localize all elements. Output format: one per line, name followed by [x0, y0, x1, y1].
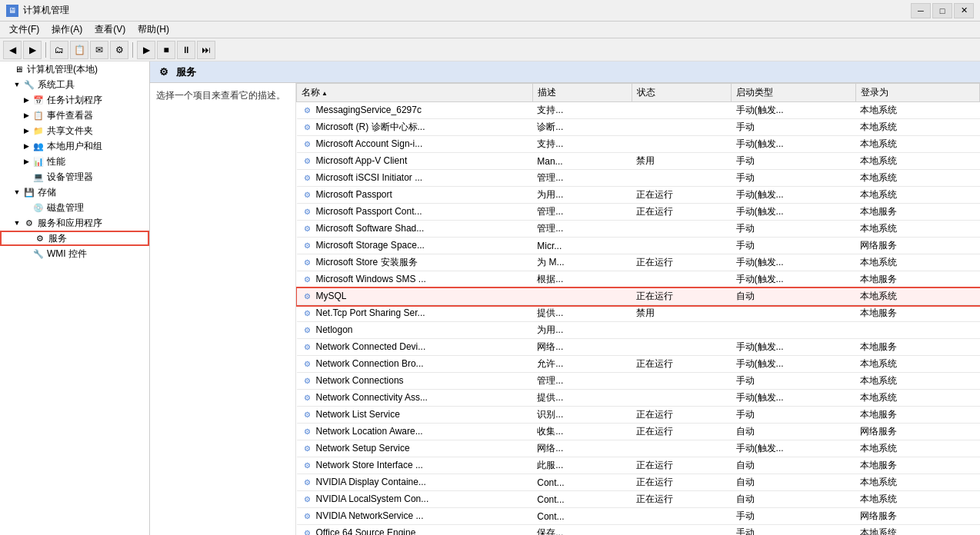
table-row[interactable]: ⚙Microsoft Storage Space...Micr...手动网络服务: [297, 238, 980, 254]
sidebar-item-device-manager[interactable]: ▶ 💻 设备管理器: [0, 169, 149, 184]
table-row[interactable]: ⚙Microsoft Store 安装服务为 M...正在运行手动(触发...本…: [297, 254, 980, 271]
service-name-cell: ⚙Office 64 Source Engine: [297, 525, 533, 536]
toolbar-btn-6[interactable]: ⚙: [110, 41, 128, 59]
sidebar-item-storage[interactable]: ▼ 💾 存储: [0, 184, 149, 200]
table-row[interactable]: ⚙NVIDIA LocalSystem Con...Cont...正在运行自动本…: [297, 491, 980, 508]
service-desc-cell: 支持...: [532, 102, 632, 119]
col-header-name[interactable]: 名称▲: [297, 84, 533, 102]
service-row-icon: ⚙: [302, 121, 314, 134]
table-row[interactable]: ⚙Office 64 Source Engine保存...手动本地系统: [297, 525, 980, 536]
toolbar-sep-1: [45, 42, 46, 58]
sidebar-item-label: 事件查看器: [47, 109, 93, 122]
sidebar-item-label: 本地用户和组: [47, 140, 102, 153]
sidebar-item-wmi[interactable]: ▶ 🔧 WMI 控件: [0, 246, 149, 261]
table-row[interactable]: ⚙Net.Tcp Port Sharing Ser...提供...禁用本地服务: [297, 305, 980, 322]
sidebar-item-performance[interactable]: ▶ 📊 性能: [0, 154, 149, 169]
maximize-button[interactable]: □: [932, 3, 952, 18]
toolbar-btn-4[interactable]: 📋: [70, 41, 88, 59]
service-startup-cell: [732, 322, 855, 339]
stop-button[interactable]: ■: [157, 41, 175, 59]
service-login-cell: 本地服务: [855, 204, 979, 221]
service-login-cell: 本地系统: [855, 525, 979, 536]
sidebar-item-services-apps[interactable]: ▼ ⚙ 服务和应用程序: [0, 215, 149, 231]
service-desc-cell: 网络...: [532, 339, 632, 356]
service-row-icon: ⚙: [302, 358, 314, 371]
table-row[interactable]: ⚙Network Location Aware...收集...正在运行自动网络服…: [297, 424, 980, 440]
col-header-startup[interactable]: 启动类型: [732, 84, 855, 102]
computer-icon: 🖥: [12, 63, 25, 75]
service-row-icon: ⚙: [302, 527, 314, 536]
table-row[interactable]: ⚙Microsoft Software Shad...管理...手动本地系统: [297, 221, 980, 238]
table-row[interactable]: ⚙Microsoft Windows SMS ...根据...手动(触发...本…: [297, 271, 980, 288]
expand-arrow: ▼: [12, 188, 22, 197]
table-row[interactable]: ⚙Microsoft Passport为用...正在运行手动(触发...本地系统: [297, 187, 980, 204]
play-button[interactable]: ▶: [137, 41, 155, 59]
service-status-cell: [632, 508, 731, 525]
service-login-cell: 本地系统: [855, 119, 979, 136]
table-row[interactable]: ⚙Microsoft (R) 诊断中心标...诊断...手动本地系统: [297, 119, 980, 136]
toolbar-btn-3[interactable]: 🗂: [50, 41, 68, 59]
table-row[interactable]: ⚙Network Store Interface ...此服...正在运行自动本…: [297, 457, 980, 474]
back-button[interactable]: ◀: [3, 41, 22, 59]
toolbar-btn-5[interactable]: ✉: [90, 41, 108, 59]
service-startup-cell: 手动: [732, 508, 855, 525]
menu-item-F[interactable]: 文件(F): [3, 22, 45, 38]
pause-button[interactable]: ⏸: [177, 41, 195, 59]
col-header-status[interactable]: 状态: [632, 84, 731, 102]
service-status-cell: [632, 339, 731, 356]
sidebar-item-services[interactable]: ▶ ⚙ 服务: [0, 231, 149, 246]
table-row[interactable]: ⚙Network Connected Devi...网络...手动(触发...本…: [297, 339, 980, 356]
table-row[interactable]: ⚙Network Setup Service网络...手动(触发...本地系统: [297, 440, 980, 457]
service-row-icon: ⚙: [302, 155, 314, 168]
col-header-login[interactable]: 登录为: [855, 84, 979, 102]
services-table-container[interactable]: 名称▲ 描述 状态 启动类型 登录为 ⚙MessagingService_629…: [296, 83, 980, 535]
table-row[interactable]: ⚙NVIDIA Display Containe...Cont...正在运行自动…: [297, 474, 980, 491]
service-login-cell: 本地系统: [855, 221, 979, 238]
service-desc-cell: 管理...: [532, 204, 632, 221]
table-row[interactable]: ⚙Netlogon为用...: [297, 322, 980, 339]
col-header-desc[interactable]: 描述: [532, 84, 632, 102]
service-name-cell: ⚙Network Location Aware...: [297, 424, 533, 440]
service-startup-cell: 手动(触发...: [732, 440, 855, 457]
service-status-cell: [632, 102, 731, 119]
table-row[interactable]: ⚙Microsoft App-V ClientMan...禁用手动本地系统: [297, 153, 980, 170]
menu-item-A[interactable]: 操作(A): [45, 22, 88, 38]
sidebar-item-system-tools[interactable]: ▼ 🔧 系统工具: [0, 77, 149, 92]
table-row[interactable]: ⚙Network Connectivity Ass...提供...手动(触发..…: [297, 390, 980, 407]
sidebar-item-local-users[interactable]: ▶ 👥 本地用户和组: [0, 138, 149, 154]
service-login-cell: 本地系统: [855, 491, 979, 508]
table-row[interactable]: ⚙Microsoft Account Sign-i...支持...手动(触发..…: [297, 136, 980, 153]
sidebar-item-shared-folders[interactable]: ▶ 📁 共享文件夹: [0, 123, 149, 138]
service-row-icon: ⚙: [302, 409, 314, 421]
table-row[interactable]: ⚙Microsoft Passport Cont...管理...正在运行手动(触…: [297, 204, 980, 221]
table-row[interactable]: ⚙Network Connection Bro...允许...正在运行手动(触发…: [297, 356, 980, 373]
service-login-cell: 本地系统: [855, 102, 979, 119]
service-login-cell: 本地服务: [855, 305, 979, 322]
event-icon: 📋: [32, 109, 45, 121]
service-name-cell: ⚙Netlogon: [297, 322, 533, 339]
table-row[interactable]: ⚙Network Connections管理...手动本地系统: [297, 373, 980, 390]
service-name-cell: ⚙Microsoft Account Sign-i...: [297, 136, 533, 153]
table-row[interactable]: ⚙NVIDIA NetworkService ...Cont...手动网络服务: [297, 508, 980, 525]
service-name-text: Network Connectivity Ass...: [316, 392, 428, 403]
service-row-icon: ⚙: [302, 341, 314, 354]
service-name-text: Microsoft Storage Space...: [316, 240, 425, 251]
table-row[interactable]: ⚙Network List Service识别...正在运行手动本地服务: [297, 407, 980, 424]
restart-button[interactable]: ⏭: [197, 41, 215, 59]
minimize-button[interactable]: ─: [911, 3, 931, 18]
close-button[interactable]: ✕: [954, 3, 974, 18]
menu-item-H[interactable]: 帮助(H): [132, 22, 175, 38]
forward-button[interactable]: ▶: [23, 41, 42, 59]
menu-item-V[interactable]: 查看(V): [88, 22, 132, 38]
sidebar-item-disk-mgmt[interactable]: ▶ 💿 磁盘管理: [0, 200, 149, 215]
service-row-icon: ⚙: [302, 172, 314, 184]
table-row[interactable]: ⚙MySQL正在运行自动本地系统: [297, 288, 980, 305]
service-desc-cell: 诊断...: [532, 119, 632, 136]
sidebar-item-event-viewer[interactable]: ▶ 📋 事件查看器: [0, 108, 149, 123]
service-row-icon: ⚙: [302, 291, 314, 303]
sidebar-item-label: 性能: [47, 155, 65, 168]
table-row[interactable]: ⚙MessagingService_6297c支持...手动(触发...本地系统: [297, 102, 980, 119]
service-row-icon: ⚙: [302, 477, 314, 489]
table-row[interactable]: ⚙Microsoft iSCSI Initiator ...管理...手动本地系…: [297, 170, 980, 187]
sidebar-item-task-scheduler[interactable]: ▶ 📅 任务计划程序: [0, 92, 149, 108]
